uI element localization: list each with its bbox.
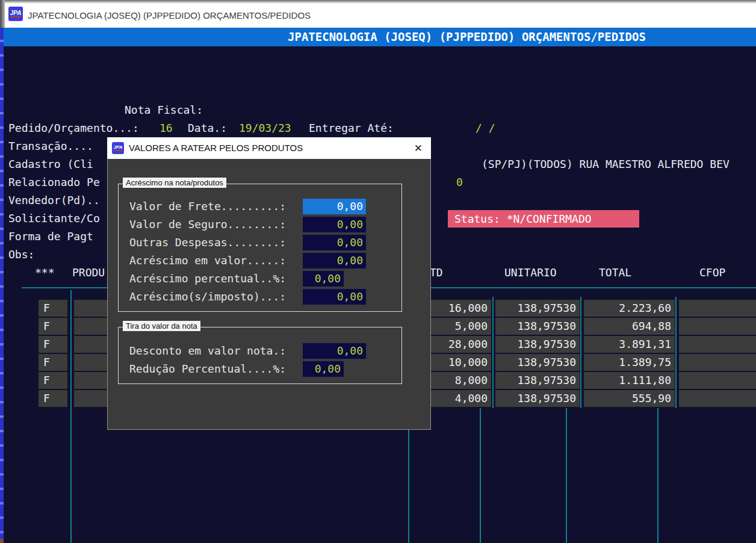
field-input[interactable]: 0,00: [303, 343, 366, 359]
cell-total: 1.389,75: [584, 354, 675, 371]
cell-unitario: 138,97530: [495, 354, 580, 371]
cell-cfop: [679, 318, 756, 335]
pedido-value[interactable]: 16: [160, 120, 173, 137]
dialog-field-row: Valor de Seguro........:0,00: [107, 217, 431, 232]
cell-flag: F: [39, 372, 67, 389]
window-titlebar[interactable]: JPA JPATECNOLOGIA (JOSEQ) (PJPPEDIDO) OR…: [0, 0, 756, 28]
cell-flag: F: [39, 336, 67, 353]
cell-total: 1.111,80: [584, 372, 675, 389]
pedido-label: Pedido/Orçamento...:: [8, 120, 139, 137]
field-input[interactable]: 0,00: [303, 199, 366, 214]
dialog-field-row: Valor de Frete.........:0,00: [107, 199, 431, 214]
field-input[interactable]: 0,00: [303, 235, 366, 250]
entregar-value[interactable]: / /: [476, 120, 495, 137]
dialog-field-row: Acréscimo(s/imposto)...:0,00: [107, 289, 431, 305]
cell-unitario: 138,97530: [495, 336, 580, 353]
jpa-logo-icon: JPA: [112, 142, 124, 154]
field-input[interactable]: 0,00: [303, 289, 366, 305]
field-label: Acréscimo(s/imposto)...:: [129, 289, 286, 305]
col-header-unitario: UNITARIO: [504, 264, 557, 281]
cell-unitario: 138,97530: [495, 300, 580, 317]
cadastro-value: (SP/PJ)(TODOS) RUA MAESTRO ALFREDO BEV: [482, 156, 730, 173]
field-label: Redução Percentual....%:: [129, 361, 286, 377]
cell-cfop: [679, 390, 756, 407]
cell-cfop: [679, 336, 756, 353]
field-label: Desconto em valor nota.:: [129, 343, 286, 359]
dialog-title: VALORES A RATEAR PELOS PRODUTOS: [129, 137, 303, 159]
col-header-produto: PRODU: [72, 264, 105, 281]
cell-cfop: [679, 300, 756, 317]
cell-flag: F: [39, 390, 67, 407]
obs-label: Obs:: [8, 246, 34, 263]
cell-total: 3.891,31: [584, 336, 675, 353]
cell-total: 555,90: [584, 390, 675, 407]
field-label: Acréscimo percentual..%:: [129, 271, 286, 287]
field-label: Outras Despesas........:: [129, 235, 286, 250]
field-input[interactable]: 0,00: [303, 361, 344, 377]
field-label: Acréscimo em valor.....:: [129, 253, 286, 268]
field-label: Valor de Seguro........:: [129, 217, 286, 232]
grid-line: [657, 408, 658, 543]
cell-unitario: 138,97530: [495, 390, 580, 407]
cell-total: 694,88: [584, 318, 675, 335]
cell-cfop: [679, 372, 756, 389]
background-window-strip: [0, 28, 4, 543]
cell-unitario: 138,97530: [495, 318, 580, 335]
relacionado-value[interactable]: 0: [456, 174, 463, 191]
dialog-field-row: Desconto em valor nota.:0,00: [107, 343, 431, 359]
status-badge: Status: *N/CONFIRMADO: [448, 210, 639, 228]
grid-line: [480, 408, 481, 543]
stars-marker: ***: [35, 264, 55, 281]
vendedor-label: Vendedor(Pd)..: [8, 192, 100, 209]
cell-flag: F: [39, 354, 67, 371]
dialog-field-row: Redução Percentual....%:0,00: [107, 361, 431, 377]
grid-line: [566, 408, 567, 543]
data-value[interactable]: 19/03/23: [239, 120, 291, 137]
rateio-dialog: JPA VALORES A RATEAR PELOS PRODUTOS ✕ Ac…: [107, 137, 431, 430]
window-edge: [0, 0, 5, 28]
close-icon[interactable]: ✕: [414, 137, 423, 159]
window-title: JPATECNOLOGIA (JOSEQ) (PJPPEDIDO) ORÇAME…: [28, 4, 311, 28]
col-header-total: TOTAL: [599, 264, 631, 281]
transacao-label: Transação....: [8, 138, 93, 155]
cell-cfop: [679, 354, 756, 371]
field-input[interactable]: 0,00: [303, 271, 344, 287]
col-header-qtd: TD: [430, 264, 443, 281]
nota-fiscal-label: Nota Fiscal:: [125, 102, 203, 119]
dialog-field-row: Acréscimo em valor.....:0,00: [107, 253, 431, 268]
cell-flag: F: [39, 318, 67, 335]
cell-flag: F: [39, 300, 67, 317]
field-input[interactable]: 0,00: [303, 217, 366, 232]
app-header-bar: JPATECNOLOGIA (JOSEQ) (PJPPEDIDO) ORÇAME…: [0, 28, 756, 46]
entregar-label: Entregar Até:: [309, 120, 394, 137]
app-header-title: JPATECNOLOGIA (JOSEQ) (PJPPEDIDO) ORÇAME…: [288, 28, 646, 46]
cell-total: 2.223,60: [584, 300, 675, 317]
screen: JPA JPATECNOLOGIA (JOSEQ) (PJPPEDIDO) OR…: [0, 0, 756, 543]
forma-pagto-label: Forma de Pagt: [8, 228, 93, 245]
group-tira-valor-title: Tira do valor da nota: [123, 321, 200, 331]
solicitante-label: Solicitante/Co: [8, 210, 100, 227]
cadastro-label: Cadastro (Cli: [8, 156, 93, 173]
field-input[interactable]: 0,00: [303, 253, 366, 268]
dialog-titlebar[interactable]: JPA VALORES A RATEAR PELOS PRODUTOS ✕: [107, 137, 431, 159]
field-label: Valor de Frete.........:: [129, 199, 286, 214]
dialog-field-row: Acréscimo percentual..%:0,00: [107, 271, 431, 287]
relacionado-label: Relacionado Pe: [8, 174, 100, 191]
data-label: Data.:: [188, 120, 227, 137]
col-header-cfop: CFOP: [699, 264, 725, 281]
cell-unitario: 138,97530: [495, 372, 580, 389]
dialog-field-row: Outras Despesas........:0,00: [107, 235, 431, 250]
jpa-logo-icon: JPA: [8, 7, 23, 21]
group-acrescimo-title: Acréscimo na nota/produtos: [123, 178, 226, 188]
